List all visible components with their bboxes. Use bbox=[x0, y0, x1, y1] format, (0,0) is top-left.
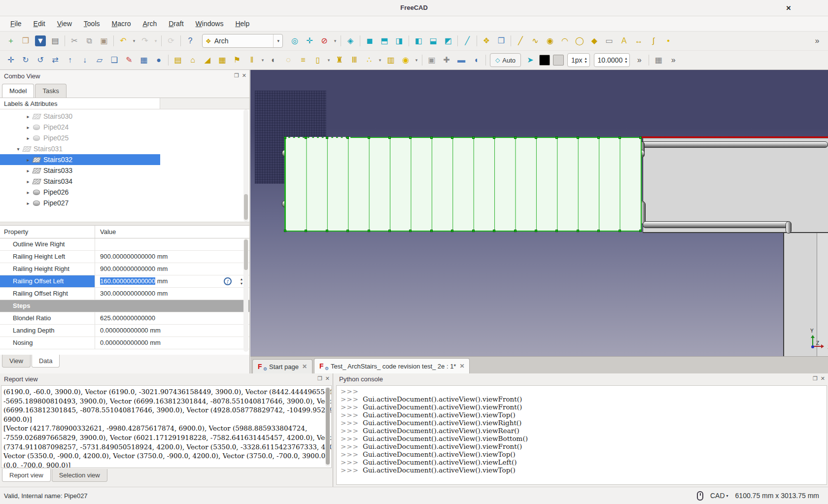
tree-item[interactable]: ▸ Pipe027 bbox=[0, 198, 160, 208]
toolbar-button[interactable]: ▤ bbox=[48, 34, 62, 48]
property-value[interactable]: 300.000000000000 mm ƒ ▴▾ bbox=[95, 288, 249, 300]
toolbar-button[interactable]: • bbox=[661, 34, 675, 48]
toolbar-button[interactable]: ∫ bbox=[647, 34, 660, 48]
menu-item[interactable]: Arch bbox=[137, 17, 162, 30]
property-row[interactable]: Railing Offset Left 160.000000000000 mm … bbox=[0, 275, 249, 288]
toolbar-button[interactable]: ◯ bbox=[573, 34, 586, 48]
toolbar-button[interactable] bbox=[167, 54, 170, 67]
menu-item[interactable]: Macro bbox=[106, 17, 137, 30]
toolbar-button[interactable]: ♜ bbox=[333, 53, 346, 67]
handrail-elbow-right[interactable] bbox=[786, 221, 792, 234]
snap-auto-button[interactable]: ◇ Auto bbox=[490, 53, 521, 67]
toolbar-button[interactable]: ↻ bbox=[19, 53, 33, 67]
toolbar-button[interactable]: ⌂ bbox=[186, 53, 200, 67]
tree-expander-icon[interactable]: ▸ bbox=[25, 179, 32, 184]
tree-expander-icon[interactable]: ▸ bbox=[25, 201, 32, 206]
toolbar-button[interactable]: ◉ bbox=[399, 53, 413, 67]
toolbar-button[interactable]: ❒ bbox=[494, 34, 508, 48]
toolbar-button[interactable]: ↑ bbox=[63, 53, 77, 67]
toolbar-button[interactable] bbox=[339, 34, 343, 47]
toolbar-button[interactable]: ◌ bbox=[281, 53, 295, 67]
toolbar-button[interactable] bbox=[407, 34, 411, 47]
toolbar-button[interactable]: ◢ bbox=[201, 53, 214, 67]
toolbar-overflow-button[interactable]: » bbox=[666, 53, 680, 67]
toolbar-button[interactable]: ◨ bbox=[392, 34, 406, 48]
tree-expander-icon[interactable]: ▸ bbox=[25, 125, 32, 130]
expression-editor-icon[interactable]: ƒ bbox=[224, 277, 232, 285]
tab-close-icon[interactable]: ✕ bbox=[302, 363, 307, 370]
report-scrollbar-thumb[interactable] bbox=[326, 388, 330, 465]
property-scrollbar-thumb[interactable] bbox=[244, 239, 248, 270]
nav-style-selector[interactable]: CAD ▾ bbox=[710, 492, 728, 500]
toolbar-button[interactable]: ▾ bbox=[377, 53, 383, 67]
tab-close-icon[interactable]: ✕ bbox=[459, 363, 464, 370]
spinner-arrows[interactable]: ▴▾ bbox=[622, 57, 629, 64]
toolbar-button[interactable]: ◎ bbox=[288, 34, 302, 48]
panel-float-icon[interactable]: ❐ bbox=[317, 375, 322, 382]
toolbar-button[interactable]: ❑ bbox=[107, 53, 121, 67]
panel-close-icon[interactable]: ✕ bbox=[325, 375, 330, 382]
toolbar-button[interactable]: ✛ bbox=[4, 53, 18, 67]
property-value[interactable]: 900.000000000000 mm ƒ ▴▾ bbox=[95, 251, 249, 263]
toolbar-button[interactable]: ▾ bbox=[332, 34, 338, 48]
toolbar-button[interactable] bbox=[647, 54, 651, 67]
menu-item[interactable]: Edit bbox=[28, 17, 51, 30]
toolbar-button[interactable] bbox=[475, 34, 479, 47]
value-spinner[interactable]: ▴▾ bbox=[241, 277, 242, 286]
toolbar-button[interactable]: ⧉ bbox=[82, 34, 96, 48]
report-scrollbar[interactable] bbox=[325, 387, 330, 467]
toolbar-button[interactable]: ⇄ bbox=[48, 53, 62, 67]
toolbar-button[interactable]: ⬒ bbox=[378, 34, 391, 48]
property-scrollbar[interactable] bbox=[243, 238, 248, 352]
toolbar-button[interactable]: ● bbox=[152, 53, 166, 67]
toolbar-button[interactable]: ? bbox=[183, 34, 197, 48]
property-value[interactable]: 160.000000000000 mm ƒ ▴▾ bbox=[95, 275, 249, 287]
tree-expander-icon[interactable]: ▸ bbox=[25, 157, 32, 163]
stairs-band[interactable] bbox=[284, 137, 642, 232]
toolbar-button[interactable]: ∿ bbox=[528, 34, 542, 48]
toolbar-button[interactable]: ◈ bbox=[344, 34, 357, 48]
workbench-selector[interactable]: ❖ Arch ▾ bbox=[202, 34, 283, 48]
tree-item[interactable]: ▸ Pipe024 bbox=[0, 122, 160, 133]
toolbar-button[interactable]: ↓ bbox=[78, 53, 92, 67]
toolbar-button[interactable]: ≡ bbox=[296, 53, 310, 67]
tab-report-view[interactable]: Report view bbox=[2, 469, 51, 482]
toolbar-button[interactable]: Ⅲ bbox=[347, 53, 361, 67]
toolbar-button[interactable]: ▱ bbox=[93, 53, 106, 67]
line-width-spinbox[interactable]: 1px ▴▾ bbox=[567, 53, 590, 67]
toolbar-button[interactable] bbox=[63, 34, 67, 47]
menu-item[interactable]: File bbox=[5, 17, 27, 30]
tree-expander-icon[interactable]: ▸ bbox=[25, 168, 32, 173]
tab-selection-view[interactable]: Selection view bbox=[52, 469, 107, 482]
panel-float-icon[interactable]: ❐ bbox=[234, 72, 239, 79]
property-value[interactable]: ƒ ▴▾ bbox=[95, 238, 249, 250]
tree-item[interactable]: ▸ Stairs030 bbox=[0, 111, 160, 122]
toolbar-button[interactable]: ▾ bbox=[260, 53, 266, 67]
property-row[interactable]: Outline Wire Right ƒ ▴▾ bbox=[0, 238, 249, 251]
toolbar-button[interactable] bbox=[160, 34, 163, 47]
tree-expander-icon[interactable]: ▸ bbox=[25, 114, 32, 119]
toolbar-button[interactable] bbox=[179, 34, 182, 47]
document-tab[interactable]: F⚙ Test_ ArchStairs_ code revision test_… bbox=[314, 358, 470, 373]
toolbar-button[interactable]: ▯ bbox=[311, 53, 325, 67]
tree-item[interactable]: ▸ Stairs033 bbox=[0, 165, 160, 176]
toolbar-button[interactable]: ◖ bbox=[469, 53, 483, 67]
toolbar-overflow-button[interactable]: » bbox=[810, 34, 824, 48]
tree-item[interactable]: ▸ Stairs032 bbox=[0, 154, 160, 165]
tree-item[interactable]: ▸ Stairs034 bbox=[0, 176, 160, 187]
toolbar-button[interactable]: ▭ bbox=[602, 34, 616, 48]
toolbar-button[interactable]: A bbox=[617, 34, 631, 48]
toolbar-button[interactable]: ‖ bbox=[245, 53, 259, 67]
line-color-swatch[interactable] bbox=[539, 55, 550, 66]
console-input-line[interactable]: >>> bbox=[341, 387, 824, 395]
toolbar-button[interactable]: ↺ bbox=[34, 53, 47, 67]
tree-expander-icon[interactable]: ▸ bbox=[25, 135, 32, 141]
property-value[interactable]: 0.000000000000 mm ƒ ▴▾ bbox=[95, 325, 249, 336]
toolbar-button[interactable]: ✂ bbox=[68, 34, 81, 48]
tree-item[interactable]: ▸ Pipe025 bbox=[0, 133, 160, 143]
toolbar-button[interactable] bbox=[112, 34, 115, 47]
menu-item[interactable]: Draft bbox=[163, 17, 189, 30]
toolbar-button[interactable]: ✎ bbox=[122, 53, 136, 67]
tree-scrollbar[interactable] bbox=[243, 109, 248, 222]
toolbar-button[interactable]: ⚑ bbox=[230, 53, 244, 67]
